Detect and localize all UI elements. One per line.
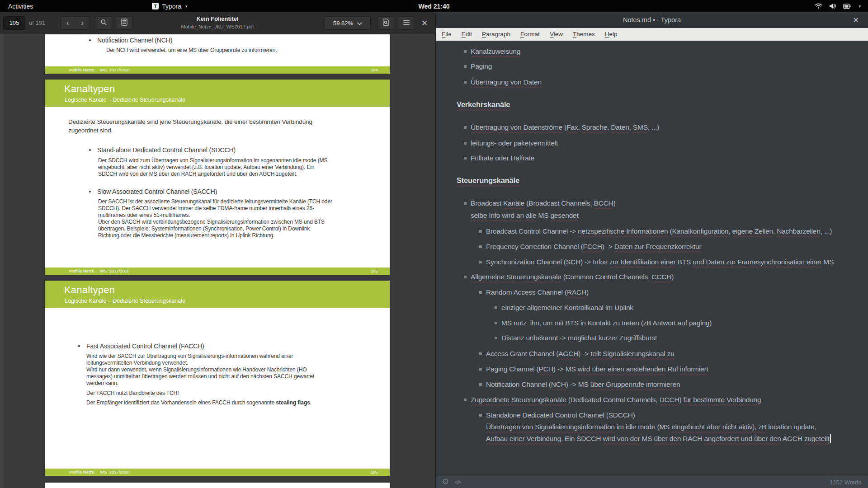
slide-bullet <box>89 39 91 41</box>
pdf-content[interactable]: Notification Channel (NCH)Der NCH wird v… <box>0 34 435 488</box>
menu-edit[interactable]: Edit <box>457 28 477 41</box>
typora-close-button[interactable]: ✕ <box>849 12 863 28</box>
editor-line: Kanalzuweisung <box>464 47 520 56</box>
text-segment: ) <box>613 199 616 207</box>
app-menu[interactable]: T Typora ▾ <box>147 0 192 12</box>
bullet-marker <box>464 50 467 53</box>
editor-line: Broadcast Control Channel -> netzspezifi… <box>479 226 832 236</box>
text-segment: Broadcast <box>471 199 503 207</box>
text-segment: Standalone Dedicated Control Channel (SD… <box>486 411 635 419</box>
slide-text-line: Dedizierte Steuerungskanäle sind jene St… <box>68 118 312 125</box>
pdf-side-strip <box>0 34 4 488</box>
editor-line: Access Grant Channel (AGCH) -> teilt Sig… <box>479 349 675 359</box>
text-segment: CCCH <box>651 273 671 281</box>
text-segment: Distanz unbekannt -> möglichst kurzer Zu… <box>501 334 657 342</box>
typora-titlebar[interactable]: Notes.md • - Typora ✕ <box>436 12 868 28</box>
pdf-close-button[interactable]: ✕ <box>417 16 432 30</box>
slide-bullet <box>89 149 91 151</box>
text-segment: MS <box>821 258 834 266</box>
bullet-marker <box>464 81 467 84</box>
editor-line: Übertragen von Signalisierungsinformatio… <box>486 422 816 432</box>
chevron-down-icon <box>357 20 362 27</box>
slide-text-line: Der SACCH ist der assoziierte Steuerungs… <box>98 198 332 205</box>
editor-line: Paging Channel (PCH) -> MS wird über ein… <box>479 364 708 374</box>
clock[interactable]: Wed 21:40 <box>419 3 450 10</box>
editor-line: Broadcast Kanäle (Broadcast Channels, BC… <box>464 198 616 208</box>
slide-header: KanaltypenLogische Kanäle – Dedizierte S… <box>45 80 390 107</box>
bullet-marker <box>479 230 482 233</box>
activities-button[interactable]: Activities <box>0 0 41 12</box>
menu-view[interactable]: View <box>545 28 568 41</box>
slide-subtitle: Logische Kanäle – Dedizierte Steuerungsk… <box>65 97 185 103</box>
document-properties-button[interactable] <box>377 16 394 30</box>
bullet-marker <box>464 65 467 68</box>
app-menu-label: Typora <box>162 3 181 10</box>
slide-text-line: Der FACCH nutzt Bandbreite des TCH! <box>86 390 179 396</box>
text-segment: informiert <box>680 365 708 373</box>
menu-format[interactable]: Format <box>515 28 545 41</box>
source-code-mode-icon[interactable]: </> <box>455 479 461 485</box>
text-segment: Verkehrskanäle <box>457 100 510 108</box>
search-button[interactable] <box>95 16 112 30</box>
editor-line: Übertragung von Daten <box>464 77 542 87</box>
menu-themes[interactable]: Themes <box>568 28 600 41</box>
next-page-button[interactable]: › <box>75 17 90 29</box>
text-segment: Access Grant Channel ( <box>486 350 558 357</box>
outline-toggle-icon[interactable] <box>443 479 448 486</box>
text-segment: Sprache <box>582 123 607 131</box>
typora-editor[interactable]: KanalzuweisungPagingÜbertragung von Date… <box>436 41 868 476</box>
slide-footer: Mobile NetzeWS 2017/2018105 <box>45 267 390 275</box>
menu-paragraph[interactable]: Paragraph <box>477 28 515 41</box>
text-segment: wird über einen anstehenden <box>578 365 666 373</box>
slide-page-106: KanaltypenLogische Kanäle – Dedizierte S… <box>45 281 390 476</box>
slide-text-line: Über den SACCH wird verbindungsbezogene … <box>98 219 325 225</box>
menu-file[interactable]: File <box>437 28 457 41</box>
text-segment: ) <box>671 273 674 281</box>
editor-line: MS nutz ihn, um mit BTS in Kontakt zu tr… <box>495 318 712 328</box>
text-segment: ( <box>562 123 566 131</box>
bullet-marker <box>464 276 467 278</box>
menu-help[interactable]: Help <box>600 28 623 41</box>
slide-text-segment: übertragen. Beispiele: Systeminformation… <box>98 225 310 232</box>
page-nav-buttons: ‹ › <box>60 16 90 30</box>
footer-semester: WS 2017/2018 <box>100 469 130 476</box>
typora-window: Notes.md • - Typora ✕ FileEditParagraphF… <box>435 12 868 488</box>
page-count-label: of 191 <box>29 16 45 30</box>
slide-text-segment: Über den SACCH wird verbindungsbezogene … <box>98 219 325 225</box>
text-segment: AGCH <box>558 350 578 357</box>
text-segment: SMS <box>633 123 648 131</box>
text-segment: MS nutz ihn, um mit BTS in Kontakt zu tr… <box>501 319 712 327</box>
slide-text-segment: stealing flags <box>276 399 310 406</box>
text-segment: für bestimmte Verbindung <box>684 396 761 404</box>
editor-line: Paging <box>464 61 492 71</box>
page-number-input[interactable]: 105 <box>3 16 25 30</box>
slide-text-line: Wird wie der SACCH zur Übertragung von S… <box>86 353 293 359</box>
menu-button[interactable] <box>398 16 415 30</box>
text-segment: RACH <box>681 435 704 442</box>
top-bar-left: Activities T Typora ▾ <box>0 0 192 12</box>
editor-line: Standalone Dedicated Control Channel (SD… <box>479 410 635 420</box>
text-segment: über den <box>654 435 681 442</box>
previous-page-button[interactable]: ‹ <box>61 17 75 29</box>
slide-text-segment: werden kann. <box>86 380 118 386</box>
hamburger-menu-icon <box>403 19 410 27</box>
slide-text-segment: SDCCH wird von der MS über den RACH ange… <box>98 171 297 177</box>
text-segment: Fax <box>566 123 578 131</box>
slide-page-104: Notification Channel (NCH)Der NCH wird v… <box>45 34 390 74</box>
word-count[interactable]: 1252 Words <box>830 479 861 486</box>
slide-text-line: SDCCH wird von der MS über den RACH ange… <box>98 171 297 177</box>
text-segment: Broadcast Control Channel -> <box>486 227 578 235</box>
pdf-viewer-window: 105 of 191 ‹ › Kein Folientitel Mobile_N <box>0 12 435 488</box>
editor-line: selbe Info wird an alle MS gesendet <box>471 211 579 221</box>
footer-semester: WS 2017/2018 <box>100 66 130 74</box>
search-icon <box>100 19 107 28</box>
slide-text-line: Slow Associated Control Channel (SACCH) <box>89 188 217 195</box>
text-segment: RACH <box>567 288 586 296</box>
slide-text-segment: Der SDCCH wird zum Übertragen von Signal… <box>98 157 327 164</box>
text-segment: zur Identifikation einer <box>609 258 676 266</box>
text-segment: eingebucht aber nicht aktiv), zB <box>671 423 766 431</box>
bullet-marker <box>495 306 497 309</box>
text-segment: selbe Info wird an alle <box>471 211 536 219</box>
system-tray[interactable]: ▾ <box>815 3 868 9</box>
zoom-control[interactable]: 59.62% <box>325 16 371 30</box>
